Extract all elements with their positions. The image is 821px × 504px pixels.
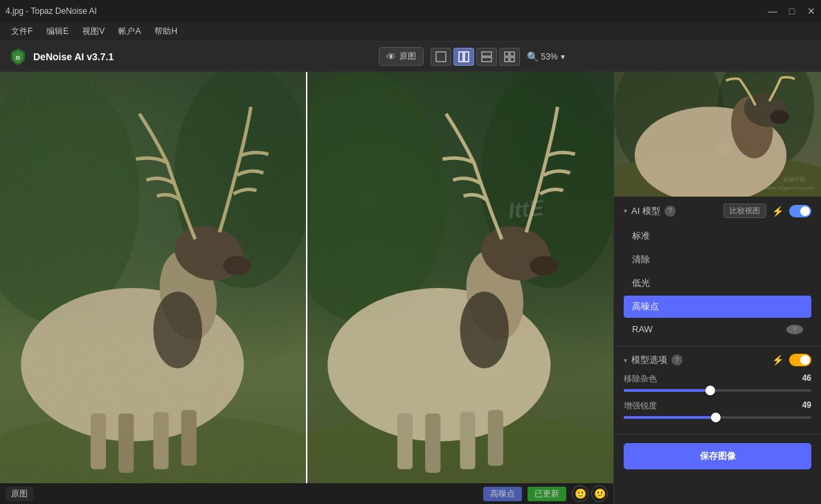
logo-area: D DeNoise AI v3.7.1 xyxy=(8,47,114,66)
compare-view-button[interactable]: 比较视图 xyxy=(723,204,766,218)
view-split-h-button[interactable] xyxy=(453,48,474,66)
svg-text:D: D xyxy=(16,55,20,61)
image-labels-right: 高噪点 已更新 🙂 😕 xyxy=(483,485,608,502)
model-options-section: ▾ 模型选项 ? ⚡ 移除杂色 46 xyxy=(614,347,821,435)
chevron-icon: ▾ xyxy=(624,207,627,215)
enhance-sharpness-value: 49 xyxy=(802,400,811,412)
window-title: 4.jpg - Topaz DeNoise AI xyxy=(6,6,97,16)
lightning-icon-2: ⚡ xyxy=(772,354,784,366)
ai-model-toggle[interactable] xyxy=(789,205,811,217)
svg-rect-9 xyxy=(510,57,514,62)
svg-text:灵感中国: 灵感中国 xyxy=(783,177,805,183)
ai-model-header: ▾ AI 模型 ? 比较视图 ⚡ xyxy=(624,204,811,218)
menu-view[interactable]: 视图V xyxy=(77,24,110,39)
save-image-button[interactable]: 保存图像 xyxy=(624,443,811,469)
svg-rect-37 xyxy=(397,413,413,469)
eye-icon: 👁 xyxy=(386,51,396,62)
processed-label-1: 高噪点 xyxy=(483,487,522,501)
minimize-button[interactable]: — xyxy=(768,7,777,15)
model-options-header: ▾ 模型选项 ? ⚡ xyxy=(624,354,811,366)
menu-bar: 文件F 编辑E 视图V 帐户A 帮助H xyxy=(0,22,821,42)
thumbnail-image: 灵感中国 www.lingganchina.com xyxy=(614,72,821,197)
chevron-icon-2: ▾ xyxy=(624,357,627,364)
svg-rect-5 xyxy=(482,57,491,62)
enhance-sharpness-header: 增强锐度 49 xyxy=(624,400,811,412)
main-content: IttE 原图 高噪点 已更新 🙂 😕 xyxy=(0,72,821,504)
model-options-title: ▾ 模型选项 ? xyxy=(624,354,683,366)
model-lowlight[interactable]: 低光 xyxy=(624,272,811,294)
view-single-button[interactable] xyxy=(431,48,451,66)
close-button[interactable]: ✕ xyxy=(807,7,815,15)
model-high-noise[interactable]: 高噪点 xyxy=(624,296,811,318)
svg-point-29 xyxy=(307,72,446,323)
toolbar: D DeNoise AI v3.7.1 👁 原图 🔍 53% ▾ xyxy=(0,42,821,72)
remove-noise-value: 46 xyxy=(802,373,811,385)
lightning-icon: ⚡ xyxy=(772,206,784,217)
svg-point-36 xyxy=(460,291,509,368)
model-clear[interactable]: 清除 xyxy=(624,249,811,271)
model-options-toggle[interactable] xyxy=(789,354,811,366)
model-list: 标准 清除 低光 高噪点 RAW ? xyxy=(624,225,811,339)
face-smile-button[interactable]: 🙂 xyxy=(572,485,588,502)
app-title: DeNoise AI v3.7.1 xyxy=(33,51,114,62)
view-grid-button[interactable] xyxy=(499,48,520,66)
zoom-out-icon[interactable]: 🔍 xyxy=(527,51,539,62)
face-sad-button[interactable]: 😕 xyxy=(591,485,608,502)
raw-help-icon[interactable]: ? xyxy=(786,325,803,334)
image-bottom-bar: 原图 高噪点 已更新 🙂 😕 xyxy=(0,483,613,504)
svg-rect-8 xyxy=(505,57,509,62)
zoom-area: 🔍 53% ▾ xyxy=(527,51,565,62)
right-panel: 灵感中国 www.lingganchina.com ▾ AI 模型 ? 比较视图… xyxy=(613,72,821,504)
face-icons: 🙂 😕 xyxy=(572,485,608,502)
window-controls: — □ ✕ xyxy=(768,7,815,15)
logo-icon: D xyxy=(8,47,28,66)
ai-model-controls: 比较视图 ⚡ xyxy=(723,204,811,218)
thumbnail-area: 灵感中国 www.lingganchina.com xyxy=(614,72,821,197)
svg-rect-38 xyxy=(425,413,440,473)
menu-help[interactable]: 帮助H xyxy=(149,24,183,39)
ai-model-help-button[interactable]: ? xyxy=(665,206,676,217)
menu-edit[interactable]: 编辑E xyxy=(41,24,74,39)
menu-account[interactable]: 帐户A xyxy=(113,24,146,39)
svg-rect-40 xyxy=(488,410,503,466)
svg-point-35 xyxy=(530,256,557,276)
svg-point-48 xyxy=(770,110,789,124)
svg-rect-4 xyxy=(482,52,491,56)
remove-noise-label: 移除杂色 xyxy=(624,373,657,385)
svg-text:www.lingganchina.com: www.lingganchina.com xyxy=(765,186,815,191)
model-options-help-button[interactable]: ? xyxy=(671,354,683,366)
zoom-dropdown-icon[interactable]: ▾ xyxy=(561,52,565,62)
image-left-panel xyxy=(0,72,307,483)
enhance-sharpness-slider-row: 增强锐度 49 xyxy=(624,400,811,419)
processed-label-2: 已更新 xyxy=(527,487,566,501)
ai-model-section: ▾ AI 模型 ? 比较视图 ⚡ 标准 xyxy=(614,197,821,347)
svg-rect-6 xyxy=(505,52,509,56)
remove-noise-track[interactable] xyxy=(624,389,811,392)
image-right-panel xyxy=(307,72,613,483)
image-area[interactable]: IttE 原图 高噪点 已更新 🙂 😕 xyxy=(0,72,613,504)
model-options-controls: ⚡ xyxy=(772,354,811,366)
svg-rect-2 xyxy=(459,52,463,62)
remove-noise-header: 移除杂色 46 xyxy=(624,373,811,385)
enhance-sharpness-label: 增强锐度 xyxy=(624,400,657,412)
original-label: 原图 xyxy=(6,487,33,501)
menu-file[interactable]: 文件F xyxy=(6,24,38,39)
original-view-button[interactable]: 👁 原图 xyxy=(379,47,424,66)
title-bar: 4.jpg - Topaz DeNoise AI — □ ✕ xyxy=(0,0,821,22)
maximize-button[interactable]: □ xyxy=(788,7,796,15)
enhance-sharpness-track[interactable] xyxy=(624,416,811,419)
model-standard[interactable]: 标准 xyxy=(624,225,811,247)
split-line[interactable] xyxy=(306,72,307,483)
svg-rect-1 xyxy=(436,52,446,62)
view-split-v-button[interactable] xyxy=(476,48,497,66)
zoom-level: 53% xyxy=(541,52,558,62)
svg-rect-7 xyxy=(510,52,514,56)
remove-noise-slider-row: 移除杂色 46 xyxy=(624,373,811,392)
svg-rect-3 xyxy=(464,52,469,62)
model-raw[interactable]: RAW ? xyxy=(624,319,811,339)
ai-model-title: ▾ AI 模型 ? xyxy=(624,205,676,217)
svg-rect-39 xyxy=(460,412,476,469)
toolbar-center: 👁 原图 🔍 53% ▾ xyxy=(130,47,813,66)
